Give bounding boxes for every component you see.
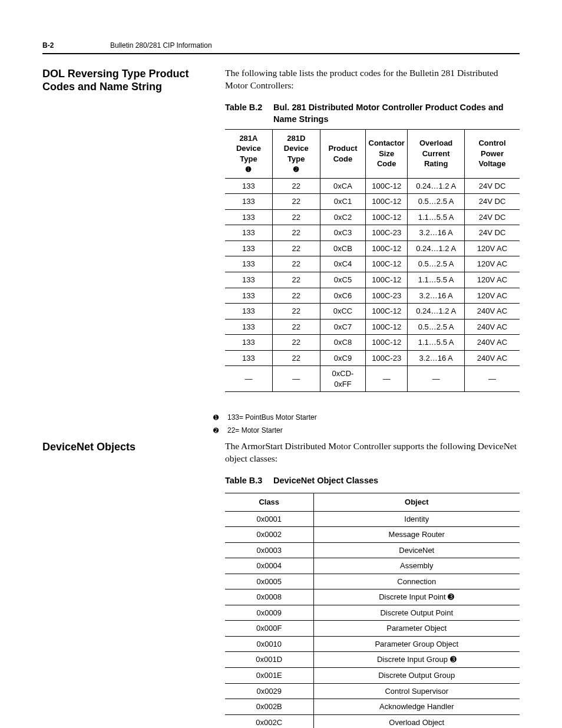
table-cell: 100C-12 [366, 209, 408, 225]
table-row: 133220xC1100C-120.5…2.5 A24V DC [225, 194, 520, 210]
table-row: 0x001EDiscrete Output Group [225, 668, 520, 684]
table-cell: Connection [313, 574, 520, 589]
table-cell: Message Router [313, 527, 520, 543]
th-281d: 281D Device Type ➋ [272, 129, 320, 178]
table-cell: 0x0009 [225, 605, 313, 621]
table-cell: Parameter Object [313, 621, 520, 637]
table-cell: 133 [225, 194, 272, 210]
table-cell: 3.2…16 A [408, 350, 465, 366]
table-row: 0x0008Discrete Input Point ➌ [225, 589, 520, 605]
devicenet-table: Class Object 0x0001Identity0x0002Message… [225, 493, 520, 728]
table-cell: Discrete Input Point ➌ [313, 589, 520, 605]
table-cell: 0x001E [225, 668, 313, 684]
table-cell: 1.1…5.5 A [408, 209, 465, 225]
th-object: Object [313, 493, 520, 512]
table-cell: 120V AC [465, 241, 520, 256]
th-voltage: Control Power Voltage [465, 129, 520, 178]
table-cell: Control Supervisor [313, 683, 520, 699]
footnote-1: ➊ 133= PointBus Motor Starter [213, 413, 502, 423]
table-cell: Assembly [313, 558, 520, 574]
table-cell: 0xC8 [320, 335, 365, 351]
table-cell: Discrete Output Point [313, 605, 520, 621]
table-cell: 133 [225, 350, 272, 366]
table-cell: 133 [225, 178, 272, 194]
table-cell: 22 [272, 319, 320, 335]
table-cell: 0xC4 [320, 256, 365, 272]
table-cell: Identity [313, 511, 520, 527]
table-cell: 24V DC [465, 209, 520, 225]
table-cell: 100C-12 [366, 304, 408, 319]
product-codes-table: 281A Device Type ➊ 281D Device Type ➋ Pr… [225, 129, 520, 393]
table-caption: Table B.2 Bul. 281 Distributed Motor Con… [225, 102, 520, 125]
table-cell: 3.2…16 A [408, 225, 465, 241]
section-devicenet: DeviceNet Objects The ArmorStart Distrib… [42, 440, 520, 728]
table-cell: 0xC1 [320, 194, 365, 210]
table-caption-text: Bul. 281 Distributed Motor Controller Pr… [273, 102, 520, 125]
table-cell: 1.1…5.5 A [408, 272, 465, 288]
table-cell: — [272, 366, 320, 392]
table-caption-num: Table B.2 [225, 102, 265, 125]
table-cell: 133 [225, 272, 272, 288]
table-row: 133220xCC100C-120.24…1.2 A240V AC [225, 304, 520, 319]
table-cell: 100C-12 [366, 241, 408, 256]
th-contactor: Contactor Size Code [366, 129, 408, 178]
table-cell: 120V AC [465, 272, 520, 288]
table-cell: — [408, 366, 465, 392]
table-row: 0x001DDiscrete Input Group ➌ [225, 652, 520, 668]
table-cell: 22 [272, 194, 320, 210]
table-cell: 22 [272, 256, 320, 272]
table-cell: — [465, 366, 520, 392]
table-cell: 100C-12 [366, 272, 408, 288]
table-cell: 133 [225, 225, 272, 241]
table-cell: 0x001D [225, 652, 313, 668]
table-cell: 24V DC [465, 178, 520, 194]
table-cell: 22 [272, 209, 320, 225]
th-overload: Overload Current Rating [408, 129, 465, 178]
table-cell: 22 [272, 350, 320, 366]
table-cell: 0.5…2.5 A [408, 319, 465, 335]
table-cell: 0.24…1.2 A [408, 304, 465, 319]
th-class: Class [225, 493, 313, 512]
table-cell: Parameter Group Object [313, 636, 520, 652]
section-intro: The ArmorStart Distributed Motor Control… [225, 440, 520, 465]
table-row: 0x0004Assembly [225, 558, 520, 574]
table-row: 133220xC9100C-233.2…16 A240V AC [225, 350, 520, 366]
table-caption-text: DeviceNet Object Classes [273, 475, 520, 487]
table-cell: 0x0002 [225, 527, 313, 543]
table-cell: 133 [225, 288, 272, 304]
table-cell: Overload Object [313, 714, 520, 728]
table-cell: 22 [272, 272, 320, 288]
table-cell: 120V AC [465, 256, 520, 272]
page-number: B-2 [42, 41, 110, 51]
table-row: 133220xC3100C-233.2…16 A24V DC [225, 225, 520, 241]
section-dol: DOL Reversing Type Product Codes and Nam… [42, 67, 520, 397]
table-cell: DeviceNet [313, 542, 520, 558]
table-row: 0x000FParameter Object [225, 621, 520, 637]
table-cell: 22 [272, 225, 320, 241]
table-cell: 22 [272, 335, 320, 351]
table-caption: Table B.3 DeviceNet Object Classes [225, 475, 520, 487]
table-cell: 240V AC [465, 335, 520, 351]
table-cell: 133 [225, 304, 272, 319]
table-row: 0x002COverload Object [225, 714, 520, 728]
table-cell: 0xC6 [320, 288, 365, 304]
table-cell: 120V AC [465, 288, 520, 304]
table-cell: 0x0029 [225, 683, 313, 699]
table-row: 133220xCA100C-120.24…1.2 A24V DC [225, 178, 520, 194]
table-cell: 0xCB [320, 241, 365, 256]
table-cell: Discrete Output Group [313, 668, 520, 684]
page-header: B-2 Bulletin 280/281 CIP Information [42, 41, 520, 54]
table-cell: 0x0001 [225, 511, 313, 527]
table-cell: 133 [225, 319, 272, 335]
th-281a: 281A Device Type ➊ [225, 129, 272, 178]
table-cell: 0.5…2.5 A [408, 256, 465, 272]
table-row: 0x0005Connection [225, 574, 520, 589]
table-cell: 0xCD-0xFF [320, 366, 365, 392]
table-cell: 0xC7 [320, 319, 365, 335]
table-cell: 22 [272, 241, 320, 256]
section-heading: DOL Reversing Type Product Codes and Nam… [42, 67, 213, 94]
table-row: 0x0002Message Router [225, 527, 520, 543]
table-cell: 100C-23 [366, 288, 408, 304]
table-row: ——0xCD-0xFF——— [225, 366, 520, 392]
table-cell: 240V AC [465, 304, 520, 319]
